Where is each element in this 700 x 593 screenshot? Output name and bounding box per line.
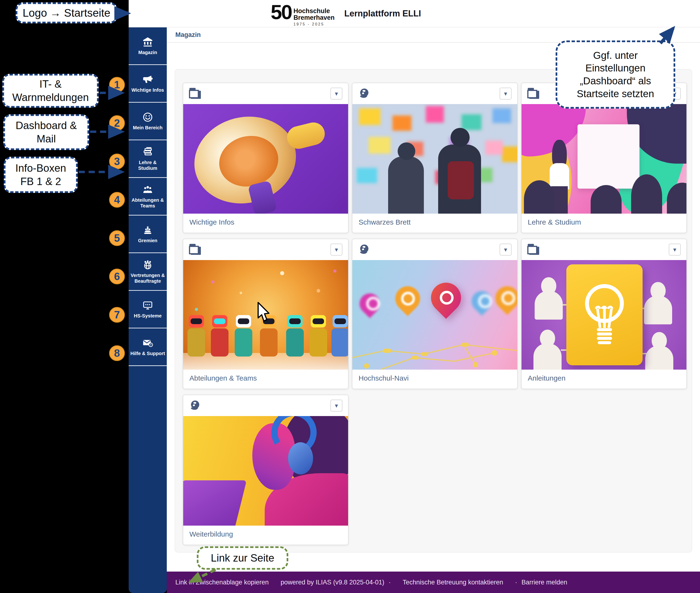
sidebar-item-hs-systeme[interactable]: HS-Systeme [128,291,167,328]
sidebar-item-label: Abteilungen & Teams [130,197,166,209]
app-header: 50 Hochschule Bremerhaven 1975 - 2025 Le… [128,0,700,27]
card-actions-dropdown[interactable]: ▾ [330,244,342,255]
sidebar-item-label: Lehre & Studium [130,160,166,171]
folder-icon [527,244,540,255]
hochschule-bremerhaven-logo[interactable]: 50 Hochschule Bremerhaven 1975 - 2025 [271,2,334,27]
sidebar-item-hilfe-support[interactable]: ? Hilfe & Support [128,328,167,366]
card-art-shape [288,442,313,474]
folder-icon [189,88,201,99]
card-title-link[interactable]: Weiterbildung [189,530,342,539]
card-art-shape [533,344,561,369]
card-title-link[interactable]: Lehre & Studium [528,218,680,227]
footer-separator: · [389,579,391,586]
logo-years: 1975 - 2025 [294,22,335,27]
folder-icon [527,88,540,99]
external-link-icon [358,243,370,256]
card-title-link[interactable]: Abteilungen & Teams [189,374,342,383]
card-art-shape [644,296,672,324]
card-art-shape [425,276,467,319]
card-image-headset-woman[interactable] [183,416,348,526]
footer-bar: Link in Zwischenablage kopieren powered … [167,571,700,593]
logo-50: 50 [271,2,292,22]
annotation-it-warnmeldungen-callout: IT- & Warnmeldungen [2,74,99,108]
card-anleitungen[interactable]: ▾ Anleitu [521,239,687,389]
lightbulb-icon [578,279,631,351]
card-hochschul-navi[interactable]: ▾ Hochschul-Navi [352,239,518,389]
card-art-shape [388,156,424,213]
card-art-shape [309,328,327,357]
step-badge-2: 2 [109,115,125,131]
card-image-lightbulb[interactable] [521,260,687,369]
sidebar-item-vertretungen-beauftragte[interactable]: Vertretungen & Beauftragte [128,253,167,291]
card-art-shape [398,143,415,160]
card-art-shape [645,346,673,369]
folder-icon [189,244,201,255]
annotation-link-zur-seite-callout: Link zur Seite [197,546,288,570]
card-art-shape [578,124,639,189]
step-badge-7: 7 [109,307,125,323]
repository-deck: ▾ Wichtige Infos ▾ Sc [175,69,692,553]
card-image-sticky-notes[interactable] [353,104,517,213]
bank-icon [142,36,153,47]
card-title-link[interactable]: Hochschul-Navi [359,374,511,383]
technical-support-link[interactable]: Technische Betreuung kontaktieren [403,579,503,586]
monitor-icon [142,300,153,311]
breadcrumb-magazin-link[interactable]: Magazin [175,31,201,39]
card-art-shape [450,128,470,147]
card-art-shape [187,328,205,357]
card-art-shape [286,328,304,357]
card-art-shape [535,291,563,320]
card-title-link[interactable]: Schwarzes Brett [359,218,511,227]
globe-people-icon [142,259,153,270]
card-actions-dropdown[interactable]: ▾ [330,400,342,411]
annotation-logo-callout: Logo → Startseite [16,2,117,23]
books-icon [142,147,153,157]
sidebar-item-label: Magazin [139,49,157,55]
copy-link-to-clipboard-link[interactable]: Link in Zwischenablage kopieren [175,579,269,586]
card-actions-dropdown[interactable]: ▾ [330,88,342,100]
card-art-shape [591,185,622,213]
card-title-link[interactable]: Anleitungen [528,374,680,383]
step-badge-3: 3 [109,154,125,169]
sidebar-item-label: Vertretungen & Beauftragte [130,272,166,284]
sidebar-item-gremien[interactable]: Gremien [128,215,167,253]
card-actions-dropdown[interactable]: ▾ [500,88,512,100]
card-title-link[interactable]: Wichtige Infos [189,218,342,227]
sidebar-item-label: Wichtige Infos [132,87,164,93]
megaphone-icon [142,74,153,85]
card-art-shape [353,322,517,369]
card-weiterbildung[interactable]: ▾ Weiterbildung [183,395,348,545]
annotation-dashboard-startseite-callout: Ggf. unter Einstellungen „Dashboard“ als… [556,40,675,109]
report-barrier-link[interactable]: Barriere melden [521,579,567,586]
mail-help-icon: ? [142,338,153,348]
card-actions-dropdown[interactable]: ▾ [500,244,512,255]
card-image-presentation[interactable] [521,104,687,213]
sidebar-item-wichtige-infos[interactable]: Wichtige Infos [128,65,167,103]
logo-line2: Bremerhaven [294,14,335,21]
sidebar-item-magazin[interactable]: Magazin [128,27,167,65]
card-actions-dropdown[interactable]: ▾ [669,244,681,255]
sidebar: Magazin Wichtige Infos Mein Bereich Lehr… [128,27,167,593]
card-art-shape [211,328,228,357]
powered-by-ilias-text: powered by ILIAS (v9.8 2025-04-01) [281,579,384,586]
card-image-megaphone[interactable] [183,104,348,213]
card-art-shape [331,328,348,357]
committee-icon [142,225,153,236]
card-wichtige-infos[interactable]: ▾ Wichtige Infos [183,83,348,233]
svg-text:?: ? [150,343,151,346]
sidebar-item-abteilungen-teams[interactable]: Abteilungen & Teams [128,178,167,215]
sidebar-item-label: Mein Bereich [133,125,162,130]
card-schwarzes-brett[interactable]: ▾ Schwarzes Brett [352,83,518,233]
card-art-shape [467,287,496,316]
card-art-shape [390,281,425,316]
card-image-map-pins[interactable] [353,260,517,369]
sidebar-item-mein-bereich[interactable]: Mein Bereich [128,103,167,140]
footer-separator: · [515,579,517,586]
external-link-icon [189,399,201,412]
sidebar-item-lehre-studium[interactable]: Lehre & Studium [128,140,167,178]
step-badge-5: 5 [109,230,125,246]
card-art-shape [448,161,474,199]
smiley-icon [142,112,153,123]
mouse-cursor [257,302,270,322]
step-badge-6: 6 [109,269,125,284]
